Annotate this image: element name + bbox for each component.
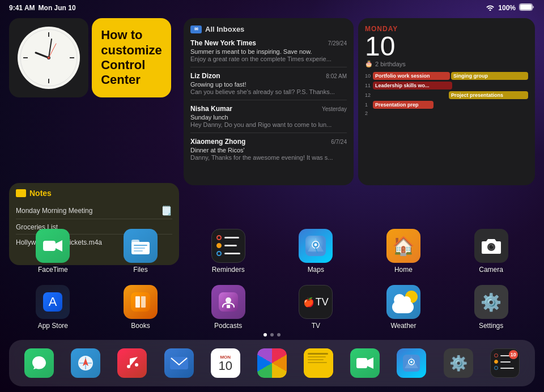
howto-text: How to customize Control Center <box>101 28 162 88</box>
status-right: 100% <box>486 3 535 12</box>
app-home[interactable]: 🏠 Home <box>381 229 426 274</box>
files-label: Files <box>133 266 147 274</box>
reminders-icon <box>211 229 245 263</box>
dock-safari[interactable] <box>71 348 100 378</box>
svg-rect-29 <box>131 292 150 312</box>
top-widgets: How to customize Control Center <box>9 18 179 97</box>
facetime-icon <box>36 229 70 263</box>
svg-point-22 <box>314 244 317 246</box>
status-left: 9:41 AM Mon Jun 10 <box>9 4 76 12</box>
calendar-events: 10 Portfolio work session Singing group … <box>365 72 528 116</box>
app-podcasts[interactable]: Podcasts <box>206 285 251 330</box>
app-facetime[interactable]: FaceTime <box>30 229 75 274</box>
svg-marker-14 <box>56 240 62 252</box>
reminders-badge: 10 <box>509 350 518 359</box>
wifi-icon <box>486 4 495 12</box>
svg-rect-18 <box>134 248 145 249</box>
svg-point-46 <box>410 361 413 363</box>
mail-item-4[interactable]: Xiaomeng Zhong 6/7/24 Dinner at the Rico… <box>190 138 347 165</box>
weather-icon <box>386 285 420 319</box>
dock-mail[interactable] <box>164 348 194 378</box>
notes-header: Notes <box>16 189 172 198</box>
appstore-label: App Store <box>38 322 68 330</box>
mail-item-1[interactable]: The New York Times 7/29/24 Summer is mea… <box>190 39 347 67</box>
mail-header: ✉ All Inboxes <box>190 25 347 33</box>
svg-rect-13 <box>43 241 56 251</box>
calendar-birthdays: 🎂 2 birthdays <box>365 60 528 67</box>
time-display: 9:41 AM <box>9 4 35 12</box>
tv-label: TV <box>312 322 320 330</box>
dock-facetime[interactable] <box>350 348 380 378</box>
dock-music[interactable] <box>117 348 147 378</box>
camera-icon <box>474 229 508 263</box>
home-icon: 🏠 <box>386 229 420 263</box>
cloud-main <box>392 301 414 313</box>
dock-calendar[interactable]: MON 10 <box>211 348 240 378</box>
svg-rect-1 <box>520 5 532 10</box>
mail-icon: ✉ <box>190 25 202 33</box>
dock-reminders[interactable]: 10 <box>490 348 520 378</box>
dock-settings[interactable]: ⚙️ <box>444 348 473 378</box>
event-portfolio: Portfolio work session <box>373 72 450 80</box>
status-bar: 9:41 AM Mon Jun 10 100% <box>0 0 544 16</box>
dock-photos[interactable] <box>257 348 287 378</box>
left-widgets: How to customize Control Center Notes Mo… <box>9 18 179 185</box>
page-dot-3[interactable] <box>277 333 280 336</box>
mail-item-2[interactable]: Liz Dizon 8:02 AM Growing up too fast! C… <box>190 72 347 100</box>
dock-maps[interactable] <box>397 348 426 378</box>
appstore-icon: A <box>36 285 70 319</box>
mail-item-3[interactable]: Nisha Kumar Yesterday Sunday lunch Hey D… <box>190 105 347 133</box>
app-books[interactable]: Books <box>118 285 163 330</box>
clock-face <box>18 27 80 89</box>
howto-widget[interactable]: How to customize Control Center <box>92 18 171 97</box>
clock-widget[interactable] <box>9 18 88 97</box>
app-files[interactable]: Files <box>118 229 163 274</box>
event-project: Project presentations <box>449 91 528 99</box>
maps-label: Maps <box>308 266 324 274</box>
podcasts-icon <box>211 285 245 319</box>
gear-icon: ⚙️ <box>481 292 502 312</box>
page-dot-1[interactable] <box>264 333 267 336</box>
maps-icon <box>299 229 333 263</box>
settings-label: Settings <box>479 322 503 330</box>
svg-rect-31 <box>141 296 146 308</box>
app-maps[interactable]: Maps <box>293 229 338 274</box>
dock-messages[interactable] <box>24 348 54 378</box>
app-appstore[interactable]: A App Store <box>30 285 75 330</box>
files-icon <box>124 229 158 263</box>
facetime-label: FaceTime <box>38 266 68 274</box>
weather-icon-inner <box>389 291 418 313</box>
dock: MON 10 ⚙️ <box>9 340 535 386</box>
event-singing: Singing group <box>451 72 528 80</box>
notes-item-1[interactable]: Monday Morning Meeting 🗒️ <box>16 202 172 219</box>
app-weather[interactable]: Weather <box>381 285 426 330</box>
svg-rect-30 <box>135 296 140 308</box>
svg-point-26 <box>492 245 493 246</box>
camera-label: Camera <box>479 266 503 274</box>
svg-rect-16 <box>131 240 139 244</box>
svg-rect-42 <box>356 358 367 368</box>
photos-wheel <box>257 348 287 378</box>
app-camera[interactable]: Camera <box>469 229 514 274</box>
settings-icon: ⚙️ <box>474 285 508 319</box>
svg-marker-43 <box>367 357 373 369</box>
weather-label: Weather <box>390 322 416 330</box>
app-reminders[interactable]: Reminders <box>206 229 251 274</box>
svg-point-39 <box>127 365 130 368</box>
date-display: Mon Jun 10 <box>39 4 76 12</box>
svg-text:A: A <box>49 295 57 309</box>
mail-widget[interactable]: ✉ All Inboxes The New York Times 7/29/24… <box>184 18 354 185</box>
app-settings[interactable]: ⚙️ Settings <box>469 285 514 330</box>
svg-point-12 <box>48 57 50 59</box>
books-label: Books <box>131 322 150 330</box>
svg-rect-17 <box>134 245 147 246</box>
event-leadership: Leadership skills wo... <box>373 82 452 90</box>
calendar-widget[interactable]: MONDAY 10 🎂 2 birthdays 10 Portfolio wor… <box>358 18 535 185</box>
notes-folder-icon <box>16 189 26 197</box>
app-grid: FaceTime Files <box>9 229 535 330</box>
event-presentation: Presentation prep <box>373 101 434 109</box>
reminders-label: Reminders <box>212 266 245 274</box>
dock-notes[interactable] <box>304 348 333 378</box>
page-dot-2[interactable] <box>270 333 274 336</box>
app-tv[interactable]: 🍎TV TV <box>293 285 338 330</box>
